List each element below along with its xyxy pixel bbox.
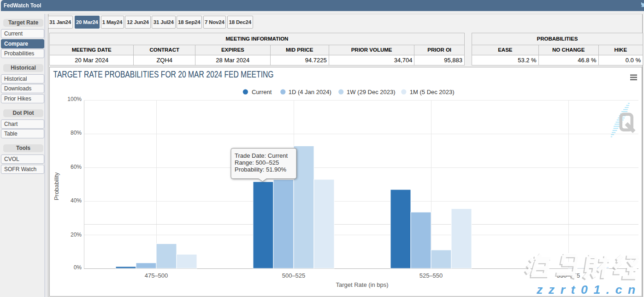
svg-text:100%: 100% <box>67 96 82 102</box>
svg-text:Range: 500–525: Range: 500–525 <box>235 159 279 166</box>
svg-text:500–525: 500–525 <box>282 272 306 279</box>
svg-text:0%: 0% <box>74 264 82 271</box>
svg-text:60%: 60% <box>71 164 82 170</box>
svg-text:1M (5 Dec 2023): 1M (5 Dec 2023) <box>410 89 455 95</box>
svg-text:Probability: Probability <box>53 172 60 200</box>
svg-text:1W (29 Dec 2023): 1W (29 Dec 2023) <box>347 89 396 95</box>
svg-text:40%: 40% <box>71 197 82 204</box>
svg-text:Probability: 51.90%: Probability: 51.90% <box>235 166 286 173</box>
svg-text:525–550: 525–550 <box>419 272 443 279</box>
svg-text:475–500: 475–500 <box>145 272 168 279</box>
svg-text:80%: 80% <box>71 130 82 136</box>
svg-text:Trade Date: Current: Trade Date: Current <box>235 152 288 159</box>
svg-text:1D (4 Jan 2024): 1D (4 Jan 2024) <box>289 89 331 95</box>
svg-text:Current: Current <box>252 89 272 95</box>
svg-text:TARGET RATE PROBABILITIES FOR: TARGET RATE PROBABILITIES FOR 20 MAR 202… <box>53 69 274 79</box>
svg-text:20%: 20% <box>71 232 82 238</box>
svg-text:zzrt01.cn: zzrt01.cn <box>536 283 641 297</box>
svg-text:Target Rate (in bps): Target Rate (in bps) <box>336 281 388 288</box>
